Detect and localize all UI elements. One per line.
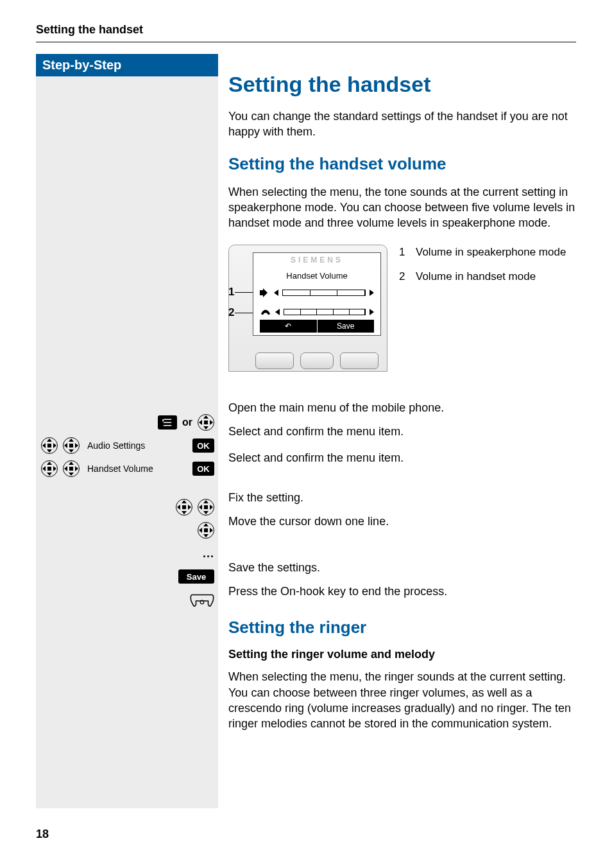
main-content: Setting the handset You can change the s… bbox=[218, 54, 576, 808]
step-move-down-icons bbox=[40, 521, 214, 540]
step-move-down: Move the cursor down one line. bbox=[228, 512, 576, 531]
device-navpad bbox=[300, 352, 334, 369]
section-ringer-title: Setting the ringer bbox=[228, 618, 576, 638]
device-button-left bbox=[255, 352, 294, 369]
softkey-save: Save bbox=[318, 320, 375, 333]
step-select-volume: Select and confirm the menu item. bbox=[228, 446, 576, 470]
nav-pad-icon bbox=[63, 437, 80, 454]
arrow-left-icon bbox=[275, 309, 280, 315]
step-audio-settings: Audio Settings OK bbox=[40, 436, 214, 455]
ok-badge: OK bbox=[192, 462, 214, 476]
ringer-paragraph: When selecting the menu, the ringer soun… bbox=[228, 669, 576, 731]
step-fix-setting-icons bbox=[40, 498, 214, 517]
step-ellipsis: ... bbox=[40, 544, 214, 563]
arrow-left-icon bbox=[274, 290, 278, 296]
nav-pad-icon bbox=[63, 460, 80, 477]
step-handset-volume: Handset Volume OK bbox=[40, 459, 214, 478]
ellipsis-label: ... bbox=[203, 547, 214, 560]
step-fix-setting: Fix the setting. bbox=[228, 488, 576, 507]
speaker-volume-track bbox=[282, 290, 366, 296]
handset-volume-label: Handset Volume bbox=[85, 464, 187, 474]
diagram-legend: 1 Volume in speakerphone mode 2 Volume i… bbox=[399, 245, 566, 293]
section-volume-title: Setting the handset volume bbox=[228, 154, 576, 174]
ringer-subheading: Setting the ringer volume and melody bbox=[228, 648, 576, 661]
speaker-icon bbox=[260, 288, 270, 297]
menu-icon bbox=[158, 415, 177, 430]
nav-pad-icon bbox=[198, 522, 214, 539]
running-header: Setting the handset bbox=[36, 23, 576, 37]
header-rule bbox=[36, 42, 576, 42]
audio-settings-label: Audio Settings bbox=[85, 440, 187, 451]
softkey-back: ↶ bbox=[260, 320, 318, 333]
legend-number-1: 1 bbox=[399, 245, 409, 260]
sidebar: Step-by-Step or Audio Settings OK bbox=[36, 54, 218, 808]
step-save-settings: Save the settings. bbox=[228, 558, 576, 577]
screen-title: Handset Volume bbox=[253, 271, 380, 281]
handset-volume-track bbox=[284, 309, 366, 315]
device-button-right bbox=[340, 352, 378, 369]
ok-badge: OK bbox=[192, 438, 214, 453]
legend-text-2: Volume in handset mode bbox=[416, 269, 536, 284]
diagram-callout-1: 1 bbox=[228, 286, 234, 299]
step-select-audio: Select and confirm the menu item. bbox=[228, 422, 576, 441]
device-brand: SIEMENS bbox=[253, 256, 380, 265]
arrow-right-icon bbox=[370, 290, 374, 296]
nav-pad-icon bbox=[198, 414, 214, 431]
step-open-menu-icons: or bbox=[40, 413, 214, 432]
step-open-menu: Open the main menu of the mobile phone. bbox=[228, 398, 576, 417]
sidebar-title: Step-by-Step bbox=[36, 54, 218, 76]
legend-number-2: 2 bbox=[399, 269, 409, 284]
page-number: 18 bbox=[36, 828, 576, 841]
handset-diagram: 1 2 SIEMENS Handset Volume bbox=[228, 245, 387, 372]
save-badge: Save bbox=[178, 569, 214, 584]
page-title: Setting the handset bbox=[228, 72, 576, 97]
onhook-key-icon bbox=[190, 592, 214, 607]
nav-pad-icon bbox=[176, 499, 192, 516]
step-save: Save bbox=[40, 567, 214, 586]
diagram-callout-2: 2 bbox=[228, 306, 234, 319]
legend-text-1: Volume in speakerphone mode bbox=[416, 245, 566, 260]
nav-pad-icon bbox=[41, 437, 58, 454]
nav-pad-icon bbox=[198, 499, 214, 516]
step-onhook-end: Press the On-hook key to end the process… bbox=[228, 582, 576, 601]
or-label: or bbox=[182, 417, 192, 428]
arrow-right-icon bbox=[370, 309, 374, 315]
nav-pad-icon bbox=[41, 460, 58, 477]
intro-paragraph: You can change the standard settings of … bbox=[228, 108, 576, 140]
volume-paragraph: When selecting the menu, the tone sounds… bbox=[228, 184, 576, 231]
step-onhook bbox=[40, 590, 214, 609]
handset-icon bbox=[260, 308, 271, 317]
